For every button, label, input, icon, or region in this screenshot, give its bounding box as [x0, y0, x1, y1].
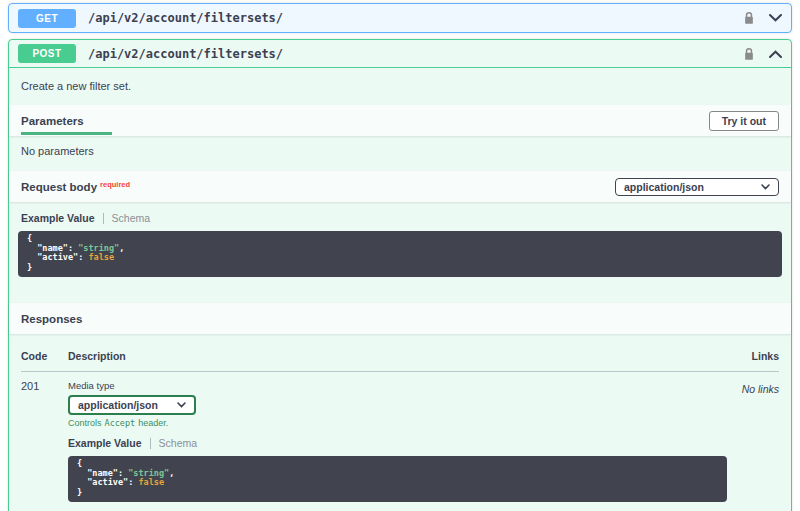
tab-parameters[interactable]: Parameters	[21, 111, 112, 135]
response-description-cell: Media type application/json ControlsAcce…	[68, 380, 727, 502]
request-body-section-header: Request bodyrequired application/json	[9, 171, 791, 202]
lock-icon[interactable]	[743, 47, 755, 61]
operation-description: Create a new filter set.	[9, 68, 791, 105]
lock-icon[interactable]	[743, 11, 755, 25]
request-content-type-value: application/json	[624, 181, 704, 193]
chevron-down-icon	[761, 184, 770, 190]
request-content-type-select[interactable]: application/json	[615, 178, 779, 196]
summary-controls	[743, 47, 782, 61]
responses-table-header: Code Description Links	[21, 342, 779, 372]
tab-divider	[150, 438, 151, 449]
response-media-type-value: application/json	[78, 399, 158, 411]
opblock-post: POST /api/v2/account/filtersets/ Create …	[8, 39, 792, 511]
request-body-title: Request bodyrequired	[21, 181, 130, 193]
response-status-code: 201	[21, 380, 68, 502]
tab-example-value[interactable]: Example Value	[68, 437, 142, 449]
accept-header-code: Accept	[105, 418, 136, 428]
request-body-content: Example Value Schema { "name": "string",…	[9, 202, 791, 303]
chevron-down-icon[interactable]	[769, 14, 782, 22]
column-header-code: Code	[21, 350, 68, 362]
tab-example-value[interactable]: Example Value	[21, 212, 95, 224]
endpoint-path-post: /api/v2/account/filtersets/	[88, 47, 283, 61]
response-media-type-select[interactable]: application/json	[68, 395, 196, 415]
responses-title: Responses	[21, 313, 82, 325]
responses-section-header: Responses	[9, 303, 791, 334]
method-badge-get: GET	[18, 9, 76, 28]
opblock-get: GET /api/v2/account/filtersets/	[8, 3, 792, 33]
column-header-links: Links	[727, 350, 779, 362]
media-type-label: Media type	[68, 380, 727, 391]
response-links-value: No links	[727, 380, 779, 502]
try-it-out-button[interactable]: Try it out	[709, 111, 779, 131]
method-badge-post: POST	[18, 44, 76, 63]
request-example-code-block: { "name": "string", "active": false}	[18, 231, 782, 277]
summary-controls	[743, 11, 782, 25]
column-header-description: Description	[68, 350, 727, 362]
opblock-post-body: Create a new filter set. Parameters Try …	[9, 68, 791, 511]
endpoint-path-get: /api/v2/account/filtersets/	[88, 11, 283, 25]
no-parameters-text: No parameters	[9, 136, 791, 171]
tab-schema[interactable]: Schema	[112, 212, 151, 224]
model-example-tabs: Example Value Schema	[68, 437, 727, 449]
opblock-post-summary[interactable]: POST /api/v2/account/filtersets/	[9, 40, 791, 68]
required-badge: required	[100, 180, 130, 189]
tab-schema[interactable]: Schema	[159, 437, 198, 449]
swagger-operations-list: GET /api/v2/account/filtersets/ POST /ap…	[0, 0, 800, 511]
tab-divider	[103, 213, 104, 224]
response-example-code-block: { "name": "string", "active": false}	[68, 456, 727, 502]
controls-accept-note: ControlsAcceptheader.	[68, 418, 727, 428]
response-row-201: 201 Media type application/json Controls…	[21, 372, 779, 502]
model-example-tabs: Example Value Schema	[18, 212, 782, 224]
opblock-get-summary[interactable]: GET /api/v2/account/filtersets/	[9, 4, 791, 32]
responses-table: Code Description Links 201 Media type ap…	[9, 334, 791, 511]
chevron-down-icon	[177, 402, 186, 408]
parameters-section-header: Parameters Try it out	[9, 105, 791, 136]
chevron-up-icon[interactable]	[769, 50, 782, 58]
